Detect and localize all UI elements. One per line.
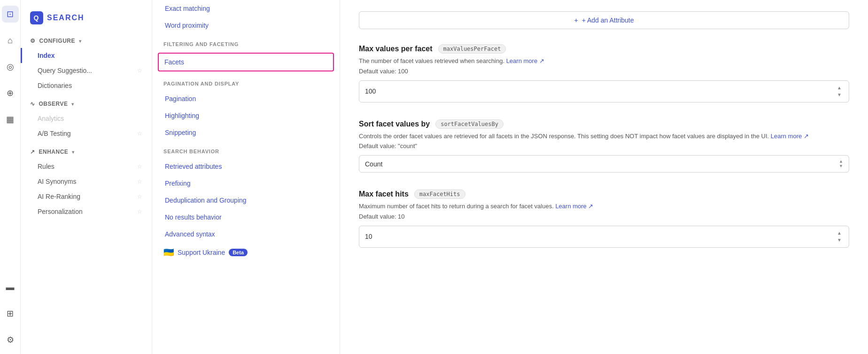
brand: Q SEARCH	[21, 8, 152, 34]
chevron-down-icon: ▼	[839, 164, 843, 168]
chevron-down-icon: ▾	[71, 102, 74, 107]
star-icon[interactable]: ☆	[137, 208, 142, 215]
gear-icon: ⚙	[30, 38, 36, 44]
nav-item-support-ukraine[interactable]: 🇺🇦 Support Ukraine Beta	[152, 243, 340, 262]
select-value: Count	[365, 160, 382, 168]
setting-default: Default value: "count"	[359, 142, 849, 149]
chevron-down-icon: ▾	[72, 149, 75, 155]
nav-item-facets[interactable]: Facets	[158, 53, 334, 71]
enhance-label: ENHANCE	[39, 149, 69, 155]
learn-more-link[interactable]: Learn more ↗	[555, 203, 593, 210]
sidebar-item-analytics[interactable]: Analytics	[21, 111, 152, 126]
icon-bar-grid[interactable]: ▦	[2, 111, 19, 128]
nav-item-no-results[interactable]: No results behavior	[152, 209, 340, 226]
icon-bar-bars[interactable]: ▬	[2, 279, 19, 296]
chevron-up-icon: ▲	[839, 159, 843, 164]
setting-title: Max values per facet	[359, 45, 433, 53]
setting-title-row: Sort facet values by sortFacetValuesBy	[359, 119, 849, 129]
sidebar-item-rules[interactable]: Rules ☆	[21, 159, 152, 174]
setting-desc: The number of facet values retrieved whe…	[359, 56, 849, 66]
setting-title: Sort facet values by	[359, 120, 430, 128]
add-attribute-button[interactable]: + + Add an Attribute	[359, 11, 849, 29]
setting-badge: maxFacetHits	[414, 189, 465, 199]
nav-item-snippeting[interactable]: Snippeting	[152, 124, 340, 141]
star-icon[interactable]: ☆	[137, 163, 142, 170]
nav-item-advanced-syntax[interactable]: Advanced syntax	[152, 226, 340, 243]
configure-label: CONFIGURE	[39, 38, 76, 44]
learn-more-link[interactable]: Learn more ↗	[771, 133, 809, 140]
icon-bar-settings[interactable]: ⚙	[2, 331, 19, 348]
setting-title-row: Max values per facet maxValuesPerFacet	[359, 44, 849, 54]
nav-section-pagination: PAGINATION AND DISPLAY	[152, 73, 340, 90]
spinner-up[interactable]: ▲	[836, 85, 843, 91]
enhance-header[interactable]: ↗ ENHANCE ▾	[21, 145, 152, 159]
star-icon[interactable]: ☆	[137, 130, 142, 137]
add-attribute-label: + Add an Attribute	[582, 16, 634, 24]
nav-item-deduplication[interactable]: Deduplication and Grouping	[152, 192, 340, 209]
observe-section: ∿ OBSERVE ▾ Analytics A/B Testing ☆	[21, 97, 152, 141]
icon-bar-explore[interactable]: ◎	[2, 58, 19, 75]
star-icon[interactable]: ☆	[137, 178, 142, 185]
setting-desc: Controls the order facet values are retr…	[359, 132, 849, 141]
number-spinners: ▲ ▼	[836, 230, 843, 244]
configure-section: ⚙ CONFIGURE ▾ Index Query Suggestio... ☆…	[21, 34, 152, 93]
spinner-down[interactable]: ▼	[836, 237, 843, 244]
main-content: + + Add an Attribute Max values per face…	[340, 0, 868, 354]
brand-label: SEARCH	[47, 14, 85, 22]
brand-icon: Q	[30, 11, 43, 24]
setting-title-row: Max facet hits maxFacetHits	[359, 189, 849, 199]
number-spinners: ▲ ▼	[836, 85, 843, 98]
star-icon[interactable]: ☆	[137, 67, 142, 74]
sidebar-item-ab-testing[interactable]: A/B Testing ☆	[21, 126, 152, 141]
nav-item-exact-matching[interactable]: Exact matching	[152, 0, 340, 17]
icon-bar-search[interactable]: ⊡	[2, 6, 19, 23]
support-ukraine-label: Support Ukraine	[178, 249, 225, 256]
icon-bar-add[interactable]: ⊕	[2, 85, 19, 102]
sidebar-item-personalization[interactable]: Personalization ☆	[21, 204, 152, 219]
star-icon[interactable]: ☆	[137, 193, 142, 200]
nav-item-pagination[interactable]: Pagination	[152, 90, 340, 107]
setting-badge: maxValuesPerFacet	[438, 44, 506, 54]
nav-section-filtering: FILTERING AND FACETING	[152, 34, 340, 51]
sidebar-item-query-suggestions[interactable]: Query Suggestio... ☆	[21, 63, 152, 78]
select-sort-facet[interactable]: Count ▲ ▼	[359, 155, 849, 173]
setting-title: Max facet hits	[359, 190, 409, 198]
nav-item-word-proximity[interactable]: Word proximity	[152, 17, 340, 34]
number-input-value: 100	[365, 87, 376, 95]
setting-max-values-per-facet: Max values per facet maxValuesPerFacet T…	[359, 44, 849, 102]
configure-header[interactable]: ⚙ CONFIGURE ▾	[21, 34, 152, 48]
icon-bar-home[interactable]: ⌂	[2, 32, 19, 49]
observe-header[interactable]: ∿ OBSERVE ▾	[21, 97, 152, 111]
spinner-up[interactable]: ▲	[836, 230, 843, 236]
nav-section-search-behavior: SEARCH BEHAVIOR	[152, 141, 340, 158]
setting-sort-facet-values: Sort facet values by sortFacetValuesBy C…	[359, 119, 849, 173]
setting-default: Default value: 100	[359, 68, 849, 75]
sidebar: Q SEARCH ⚙ CONFIGURE ▾ Index Query Sugge…	[21, 0, 152, 354]
sidebar-item-index[interactable]: Index	[21, 48, 152, 63]
setting-badge: sortFacetValuesBy	[435, 119, 504, 129]
select-arrows: ▲ ▼	[839, 159, 843, 168]
setting-default: Default value: 10	[359, 213, 849, 220]
chevron-down-icon: ▾	[79, 39, 82, 44]
sidebar-item-ai-reranking[interactable]: AI Re-Ranking ☆	[21, 189, 152, 204]
icon-bar: ⊡ ⌂ ◎ ⊕ ▦ ▬ ⊞ ⚙	[0, 0, 21, 354]
observe-label: OBSERVE	[39, 101, 68, 107]
icon-bar-db[interactable]: ⊞	[2, 305, 19, 322]
plus-icon: +	[574, 16, 578, 24]
nav-item-prefixing[interactable]: Prefixing	[152, 175, 340, 192]
beta-badge: Beta	[229, 249, 248, 256]
sidebar-item-dictionaries[interactable]: Dictionaries	[21, 78, 152, 93]
spinner-down[interactable]: ▼	[836, 92, 843, 98]
sidebar-item-ai-synonyms[interactable]: AI Synonyms ☆	[21, 174, 152, 189]
ukraine-flag-icon: 🇺🇦	[163, 247, 174, 258]
number-input-max-values[interactable]: 100 ▲ ▼	[359, 80, 849, 102]
nav-panel: Exact matching Word proximity FILTERING …	[152, 0, 340, 354]
nav-item-highlighting[interactable]: Highlighting	[152, 107, 340, 124]
learn-more-link[interactable]: Learn more ↗	[506, 57, 544, 64]
setting-max-facet-hits: Max facet hits maxFacetHits Maximum numb…	[359, 189, 849, 248]
nav-item-retrieved-attributes[interactable]: Retrieved attributes	[152, 158, 340, 175]
enhance-icon: ↗	[30, 149, 35, 155]
number-input-max-facet-hits[interactable]: 10 ▲ ▼	[359, 226, 849, 248]
setting-desc: Maximum number of facet hits to return d…	[359, 202, 849, 211]
enhance-section: ↗ ENHANCE ▾ Rules ☆ AI Synonyms ☆ AI Re-…	[21, 145, 152, 219]
